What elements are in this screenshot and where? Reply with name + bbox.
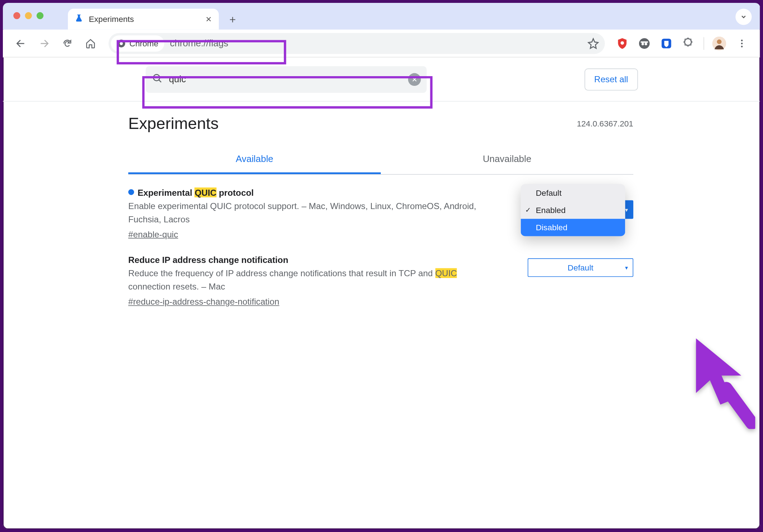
svg-point-10 xyxy=(741,39,743,41)
browser-tab[interactable]: Experiments ✕ xyxy=(68,9,219,29)
svg-point-13 xyxy=(153,74,160,80)
flag-row: Experimental QUIC protocol Enable experi… xyxy=(128,188,633,240)
flag-description: Enable experimental QUIC protocol suppor… xyxy=(128,200,500,226)
chevron-down-icon: ▾ xyxy=(625,264,628,271)
page-content: ✕ Reset all Experiments 124.0.6367.201 A… xyxy=(3,57,760,346)
flask-icon xyxy=(75,14,83,24)
forward-button[interactable] xyxy=(34,33,54,53)
reset-all-button[interactable]: Reset all xyxy=(584,68,638,90)
svg-point-11 xyxy=(741,42,743,44)
address-bar[interactable]: Chrome chrome://flags xyxy=(108,33,605,54)
svg-rect-6 xyxy=(641,41,648,42)
url-text: chrome://flags xyxy=(170,38,228,48)
bookmark-star-icon[interactable] xyxy=(587,37,599,49)
site-chip-label: Chrome xyxy=(129,38,158,48)
svg-point-5 xyxy=(645,42,647,45)
home-button[interactable] xyxy=(81,33,101,53)
flags-search-input[interactable] xyxy=(169,74,402,84)
flag-permalink[interactable]: #enable-quic xyxy=(128,229,178,239)
page-title: Experiments xyxy=(128,114,633,133)
flags-toolbar: ✕ Reset all xyxy=(3,57,760,102)
profile-avatar[interactable] xyxy=(711,35,727,51)
check-icon: ✓ xyxy=(525,206,531,214)
modified-dot-icon xyxy=(128,189,134,195)
chevron-down-icon: ▾ xyxy=(625,206,628,213)
close-window-button[interactable] xyxy=(13,12,20,19)
tab-title: Experiments xyxy=(89,14,134,24)
new-tab-button[interactable]: ＋ xyxy=(225,11,241,27)
tab-search-button[interactable] xyxy=(735,9,752,25)
menu-item-default[interactable]: Default xyxy=(521,184,625,201)
svg-point-12 xyxy=(741,45,743,47)
minimize-window-button[interactable] xyxy=(25,12,32,19)
chrome-version: 124.0.6367.201 xyxy=(577,119,633,128)
back-button[interactable] xyxy=(11,33,31,53)
flag-dropdown-menu: Default ✓Enabled Disabled xyxy=(521,184,625,236)
flag-row: Reduce IP address change notification Re… xyxy=(128,255,633,307)
flag-dropdown[interactable]: Default ▾ xyxy=(528,258,633,277)
flag-dropdown-value: Default xyxy=(568,263,593,272)
maximize-window-button[interactable] xyxy=(37,12,43,19)
extension-ublock-icon[interactable] xyxy=(614,35,630,51)
flag-description: Reduce the frequency of IP address chang… xyxy=(128,267,500,293)
flags-search-box[interactable]: ✕ xyxy=(146,66,427,92)
svg-point-9 xyxy=(717,39,722,44)
menu-item-disabled[interactable]: Disabled xyxy=(521,219,625,236)
reload-button[interactable] xyxy=(57,33,77,53)
browser-tabstrip: Experiments ✕ ＋ xyxy=(3,3,760,29)
toolbar-separator xyxy=(704,37,704,50)
extensions-puzzle-icon[interactable] xyxy=(680,35,697,51)
extension-incognito-icon[interactable] xyxy=(636,35,652,51)
browser-toolbar: Chrome chrome://flags xyxy=(3,29,760,57)
tab-available[interactable]: Available xyxy=(128,146,381,174)
annotation-cursor-icon xyxy=(692,336,755,431)
extension-bitwarden-icon[interactable] xyxy=(658,35,674,51)
clear-search-icon[interactable]: ✕ xyxy=(408,73,421,86)
svg-point-4 xyxy=(642,42,644,45)
svg-point-3 xyxy=(639,38,650,48)
svg-point-1 xyxy=(120,42,123,45)
flag-permalink[interactable]: #reduce-ip-address-change-notification xyxy=(128,297,279,306)
svg-point-2 xyxy=(621,41,624,44)
menu-item-enabled[interactable]: ✓Enabled xyxy=(521,202,625,219)
close-tab-icon[interactable]: ✕ xyxy=(205,15,212,23)
kebab-menu-button[interactable] xyxy=(732,33,752,53)
search-icon xyxy=(152,72,163,86)
flags-tabs: Available Unavailable xyxy=(128,146,633,175)
site-chip[interactable]: Chrome xyxy=(111,35,164,51)
window-traffic-lights xyxy=(13,12,43,19)
tab-unavailable[interactable]: Unavailable xyxy=(381,146,633,174)
